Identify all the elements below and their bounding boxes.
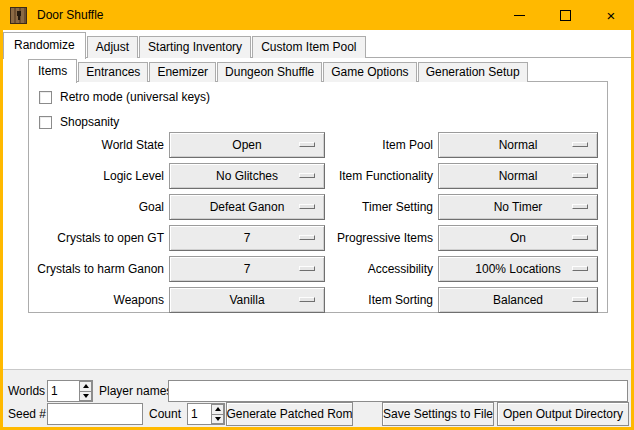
goal-dropdown[interactable]: Defeat Ganon — [169, 194, 325, 220]
retro-mode-checkbox[interactable] — [39, 91, 52, 104]
goal-label: Goal — [29, 194, 164, 220]
footer-bar: Worlds Player names Seed # Count Ge — [3, 369, 631, 427]
item-functionality-label: Item Functionality — [329, 163, 433, 189]
logic-level-label: Logic Level — [29, 163, 164, 189]
progressive-items-label: Progressive Items — [329, 225, 433, 251]
worlds-spinner[interactable] — [47, 380, 93, 402]
dropdown-indicator-icon — [299, 235, 315, 240]
weapons-label: Weapons — [29, 287, 164, 313]
items-pane: Retro mode (universal keys) Shopsanity W… — [28, 81, 608, 313]
tab-custom-item-pool[interactable]: Custom Item Pool — [252, 36, 365, 58]
maximize-button[interactable] — [542, 0, 588, 30]
subtab-items[interactable]: Items — [28, 59, 77, 83]
tab-adjust[interactable]: Adjust — [87, 36, 138, 58]
dropdown-indicator-icon — [572, 173, 588, 178]
dropdown-indicator-icon — [299, 173, 315, 178]
count-spinner[interactable] — [187, 403, 225, 425]
player-names-input[interactable] — [168, 380, 628, 402]
crystals-gt-dropdown[interactable]: 7 — [169, 225, 325, 251]
spin-up-button[interactable] — [211, 404, 224, 415]
arrow-up-icon — [83, 384, 89, 388]
timer-setting-label: Timer Setting — [329, 194, 433, 220]
minimize-icon — [514, 15, 525, 16]
worlds-spin-arrows — [79, 381, 92, 401]
retro-mode-row: Retro mode (universal keys) — [39, 89, 210, 105]
dropdown-indicator-icon — [572, 235, 588, 240]
subtab-game-options[interactable]: Game Options — [323, 62, 416, 82]
spin-down-button[interactable] — [211, 415, 224, 425]
shopsanity-checkbox[interactable] — [39, 116, 52, 129]
item-sorting-label: Item Sorting — [329, 287, 433, 313]
accessibility-dropdown[interactable]: 100% Locations — [438, 256, 598, 282]
worlds-input[interactable] — [48, 381, 79, 401]
minimize-button[interactable] — [496, 0, 542, 30]
close-button[interactable]: × — [588, 0, 634, 30]
main-tab-bar: Randomize Adjust Starting Inventory Cust… — [3, 31, 367, 58]
weapons-value: Vanilla — [229, 293, 264, 307]
crystals-ganon-label: Crystals to harm Ganon — [29, 256, 164, 282]
arrow-down-icon — [83, 394, 89, 398]
item-pool-value: Normal — [499, 138, 538, 152]
count-input[interactable] — [188, 404, 211, 424]
crystals-ganon-dropdown[interactable]: 7 — [169, 256, 325, 282]
world-state-value: Open — [232, 138, 261, 152]
client-area: Randomize Adjust Starting Inventory Cust… — [3, 30, 631, 427]
item-pool-label: Item Pool — [329, 132, 433, 158]
arrow-up-icon — [215, 407, 221, 411]
open-output-directory-button[interactable]: Open Output Directory — [497, 402, 629, 426]
seed-label: Seed # — [8, 403, 46, 425]
world-state-label: World State — [29, 132, 164, 158]
item-functionality-value: Normal — [499, 169, 538, 183]
maximize-icon — [560, 10, 571, 21]
spin-down-button[interactable] — [79, 392, 92, 402]
weapons-dropdown[interactable]: Vanilla — [169, 287, 325, 313]
logic-level-dropdown[interactable]: No Glitches — [169, 163, 325, 189]
dropdown-indicator-icon — [299, 297, 315, 302]
item-pool-dropdown[interactable]: Normal — [438, 132, 598, 158]
door-app-icon — [10, 7, 27, 24]
world-state-dropdown[interactable]: Open — [169, 132, 325, 158]
item-sorting-dropdown[interactable]: Balanced — [438, 287, 598, 313]
timer-setting-dropdown[interactable]: No Timer — [438, 194, 598, 220]
worlds-label: Worlds — [8, 380, 45, 402]
crystals-gt-value: 7 — [244, 231, 251, 245]
item-sorting-value: Balanced — [493, 293, 543, 307]
tab-randomize[interactable]: Randomize — [3, 32, 86, 59]
close-icon: × — [607, 8, 616, 23]
progressive-items-value: On — [510, 231, 526, 245]
arrow-down-icon — [215, 417, 221, 421]
crystals-ganon-value: 7 — [244, 262, 251, 276]
item-functionality-dropdown[interactable]: Normal — [438, 163, 598, 189]
logic-level-value: No Glitches — [216, 169, 278, 183]
timer-setting-value: No Timer — [494, 200, 543, 214]
accessibility-value: 100% Locations — [475, 262, 560, 276]
crystals-gt-label: Crystals to open GT — [29, 225, 164, 251]
subtab-entrances[interactable]: Entrances — [78, 62, 148, 82]
dropdown-indicator-icon — [572, 297, 588, 302]
shopsanity-label: Shopsanity — [60, 115, 119, 129]
subtab-dungeon-shuffle[interactable]: Dungeon Shuffle — [217, 62, 322, 82]
app-window: Door Shuffle × Randomize Adjust Starting… — [0, 0, 634, 430]
dropdown-indicator-icon — [299, 204, 315, 209]
progressive-items-dropdown[interactable]: On — [438, 225, 598, 251]
window-controls: × — [496, 0, 634, 30]
dropdown-indicator-icon — [299, 142, 315, 147]
generate-patched-rom-button[interactable]: Generate Patched Rom — [226, 402, 353, 426]
tab-starting-inventory[interactable]: Starting Inventory — [139, 36, 251, 58]
save-settings-button[interactable]: Save Settings to File — [382, 402, 494, 426]
shopsanity-row: Shopsanity — [39, 114, 119, 130]
sub-tab-bar: Items Entrances Enemizer Dungeon Shuffle… — [28, 58, 529, 82]
window-title: Door Shuffle — [37, 8, 104, 22]
dropdown-indicator-icon — [572, 204, 588, 209]
retro-mode-label: Retro mode (universal keys) — [60, 90, 210, 104]
subtab-enemizer[interactable]: Enemizer — [149, 62, 216, 82]
accessibility-label: Accessibility — [329, 256, 433, 282]
player-names-label: Player names — [99, 380, 172, 402]
seed-input[interactable] — [47, 403, 143, 425]
subtab-generation-setup[interactable]: Generation Setup — [418, 62, 528, 82]
spin-up-button[interactable] — [79, 381, 92, 392]
dropdown-indicator-icon — [572, 142, 588, 147]
goal-value: Defeat Ganon — [210, 200, 285, 214]
dropdown-indicator-icon — [572, 266, 588, 271]
count-spin-arrows — [211, 404, 224, 424]
